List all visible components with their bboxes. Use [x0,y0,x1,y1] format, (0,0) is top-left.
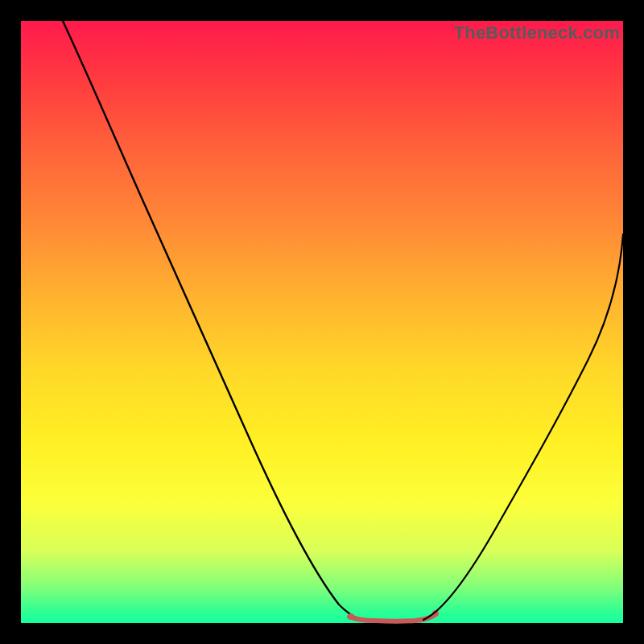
watermark-text: TheBottleneck.com [454,23,620,43]
chart-svg [21,21,623,623]
curve-left [63,21,365,621]
curve-valley [349,615,435,621]
valley-dot-left [348,613,354,620]
curve-right [423,234,623,620]
